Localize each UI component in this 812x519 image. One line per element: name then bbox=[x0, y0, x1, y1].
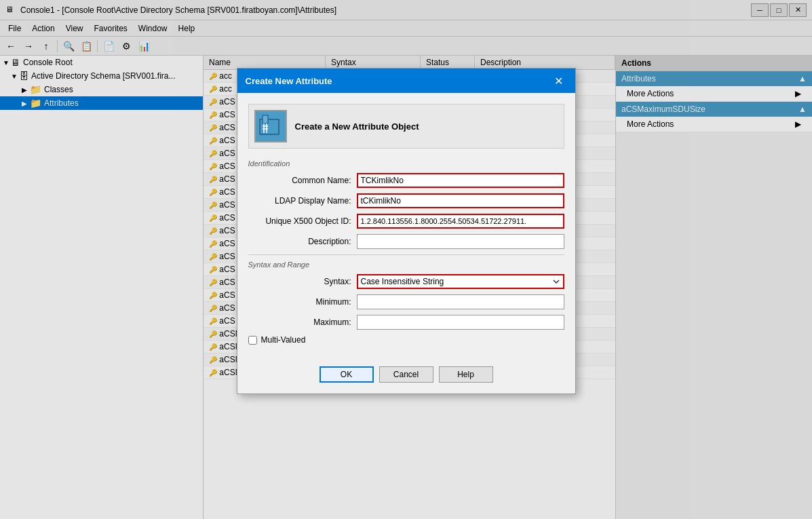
ldap-row: LDAP Display Name: bbox=[248, 193, 564, 208]
maximum-row: Maximum: bbox=[248, 315, 564, 330]
oid-row: Unique X500 Object ID: bbox=[248, 214, 564, 229]
description-label: Description: bbox=[248, 237, 357, 246]
cancel-button[interactable]: Cancel bbox=[379, 366, 433, 383]
create-attribute-dialog: Create New Attribute ✕ Create a New At bbox=[237, 68, 576, 394]
dialog-icon bbox=[254, 110, 287, 142]
description-row: Description: bbox=[248, 234, 564, 249]
help-button[interactable]: Help bbox=[439, 366, 493, 383]
common-name-row: Common Name: bbox=[248, 173, 564, 188]
oid-label: Unique X500 Object ID: bbox=[248, 216, 357, 226]
maximum-label: Maximum: bbox=[248, 318, 357, 327]
identification-label: Identification bbox=[248, 159, 564, 168]
minimum-label: Minimum: bbox=[248, 297, 357, 307]
ldap-label: LDAP Display Name: bbox=[248, 196, 357, 206]
syntax-row: Syntax: Case Insensitive String Boolean … bbox=[248, 274, 564, 289]
dialog-footer: OK Cancel Help bbox=[237, 361, 575, 393]
dialog-title-bar: Create New Attribute ✕ bbox=[237, 69, 575, 93]
ok-button[interactable]: OK bbox=[320, 366, 374, 383]
syntax-select[interactable]: Case Insensitive String Boolean DN OID I… bbox=[357, 274, 564, 289]
syntax-range-section: Syntax and Range Syntax: Case Insensitiv… bbox=[248, 254, 564, 330]
dialog-content: Create a New Attribute Object Identifica… bbox=[237, 93, 575, 361]
oid-input[interactable] bbox=[357, 214, 564, 229]
description-input[interactable] bbox=[357, 234, 564, 249]
ldap-input[interactable] bbox=[357, 193, 564, 208]
dialog-title-text: Create New Attribute bbox=[246, 76, 332, 86]
dialog-close-button[interactable]: ✕ bbox=[551, 73, 567, 89]
dialog-overlay: Create New Attribute ✕ Create a New At bbox=[0, 0, 812, 519]
common-name-label: Common Name: bbox=[248, 176, 357, 185]
common-name-input[interactable] bbox=[357, 173, 564, 188]
svg-rect-1 bbox=[263, 115, 268, 123]
syntax-label: Syntax: bbox=[248, 277, 357, 286]
minimum-row: Minimum: bbox=[248, 294, 564, 309]
multivalued-row: Multi-Valued bbox=[248, 335, 564, 345]
dialog-subtitle: Create a New Attribute Object bbox=[295, 121, 419, 132]
minimum-input[interactable] bbox=[357, 294, 564, 309]
dialog-header-area: Create a New Attribute Object bbox=[248, 104, 564, 149]
maximum-input[interactable] bbox=[357, 315, 564, 330]
multivalued-checkbox[interactable] bbox=[248, 336, 257, 345]
multivalued-label[interactable]: Multi-Valued bbox=[261, 335, 306, 345]
syntax-range-label: Syntax and Range bbox=[248, 261, 564, 269]
